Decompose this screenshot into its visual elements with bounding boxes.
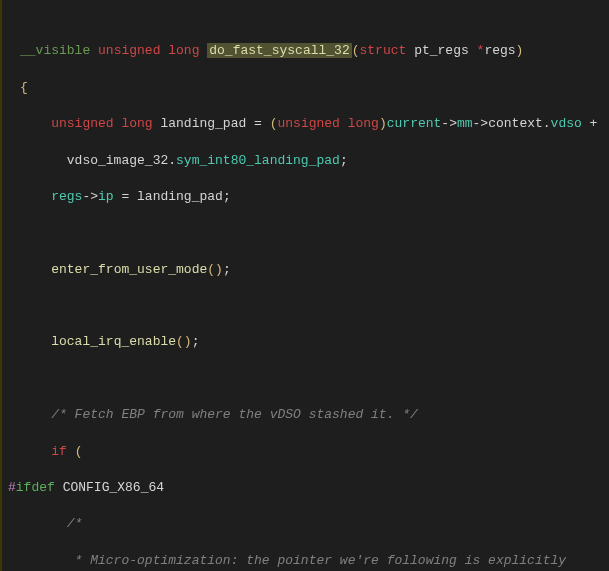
token-ident: landing_pad: [137, 189, 223, 204]
token-comment: /* Fetch EBP from where the vDSO stashed…: [51, 407, 418, 422]
paren-icon: ): [184, 334, 192, 349]
token-ident: sym_int80_landing_pad: [176, 153, 340, 168]
token-ident: current: [387, 116, 442, 131]
paren-icon: (: [270, 116, 278, 131]
code-line: __visible unsigned long do_fast_syscall_…: [4, 42, 605, 60]
code-line: /* Fetch EBP from where the vDSO stashed…: [4, 406, 605, 424]
token-ident: vdso_image_32: [67, 153, 168, 168]
token-macro: CONFIG_X86_64: [63, 480, 164, 495]
token-param: regs: [484, 43, 515, 58]
code-line: if (: [4, 443, 605, 461]
code-line: [4, 297, 605, 315]
token-ident: mm: [457, 116, 473, 131]
token-keyword: struct: [360, 43, 407, 58]
token-comment: * Micro-optimization: the pointer we're …: [67, 553, 566, 568]
paren-icon: ): [215, 262, 223, 277]
code-line: vdso_image_32.sym_int80_landing_pad;: [4, 152, 605, 170]
code-line: * Micro-optimization: the pointer we're …: [4, 552, 605, 570]
token-directive: ifdef: [16, 480, 55, 495]
code-line: regs->ip = landing_pad;: [4, 188, 605, 206]
dot-icon: .: [543, 116, 551, 131]
code-line: #ifdef CONFIG_X86_64: [4, 479, 605, 497]
semicolon-icon: ;: [223, 262, 231, 277]
token-type: unsigned long: [51, 116, 152, 131]
code-line: unsigned long landing_pad = (unsigned lo…: [4, 115, 605, 133]
paren-icon: (: [176, 334, 184, 349]
code-line: /*: [4, 515, 605, 533]
indent-ruler: [0, 0, 2, 571]
paren-icon: ): [516, 43, 524, 58]
pound-icon: #: [8, 480, 16, 495]
token-var: landing_pad: [160, 116, 246, 131]
token-ident: ip: [98, 189, 114, 204]
token-keyword: __visible: [20, 43, 90, 58]
token-function: local_irq_enable: [51, 334, 176, 349]
token-function: do_fast_syscall_32: [207, 43, 351, 58]
paren-icon: ): [379, 116, 387, 131]
code-line: local_irq_enable();: [4, 333, 605, 351]
token-op: +: [582, 116, 598, 131]
dot-icon: .: [168, 153, 176, 168]
token-type: unsigned long: [98, 43, 199, 58]
token-comment: /*: [67, 516, 83, 531]
semicolon-icon: ;: [223, 189, 231, 204]
code-line: {: [4, 79, 605, 97]
token-ident: vdso: [551, 116, 582, 131]
code-line: enter_from_user_mode();: [4, 261, 605, 279]
arrow-icon: ->: [441, 116, 457, 131]
token-op: =: [114, 189, 137, 204]
token-op: =: [246, 116, 269, 131]
token-type: pt_regs: [414, 43, 469, 58]
brace-icon: {: [20, 80, 28, 95]
paren-icon: (: [207, 262, 215, 277]
token-keyword: if: [51, 444, 67, 459]
code-line: [4, 370, 605, 388]
semicolon-icon: ;: [192, 334, 200, 349]
arrow-icon: ->: [82, 189, 98, 204]
paren-icon: (: [75, 444, 83, 459]
semicolon-icon: ;: [340, 153, 348, 168]
token-function: enter_from_user_mode: [51, 262, 207, 277]
paren-icon: (: [352, 43, 360, 58]
token-type: unsigned long: [278, 116, 379, 131]
arrow-icon: ->: [473, 116, 489, 131]
token-ident: context: [488, 116, 543, 131]
code-editor[interactable]: __visible unsigned long do_fast_syscall_…: [0, 0, 609, 571]
code-line: [4, 224, 605, 242]
token-ident: regs: [51, 189, 82, 204]
